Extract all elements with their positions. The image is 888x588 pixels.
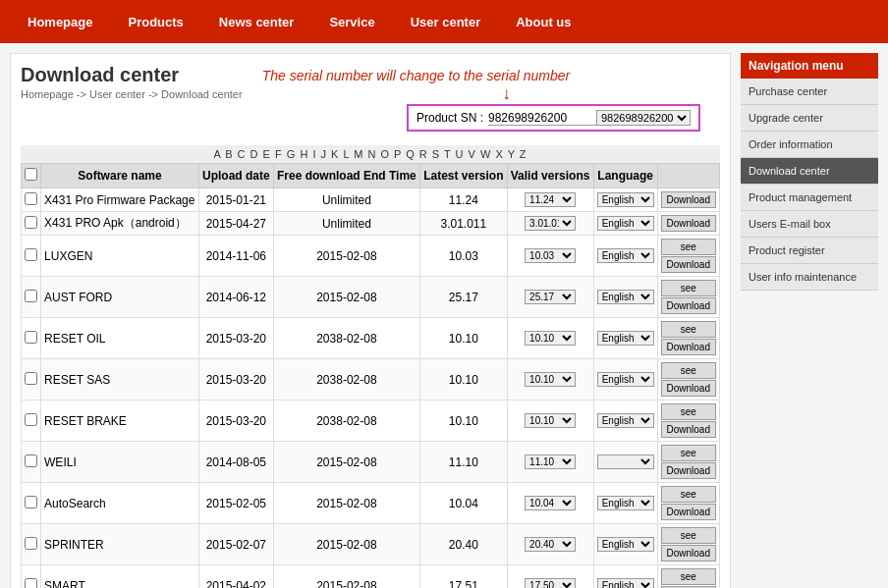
- language-select[interactable]: English: [597, 290, 654, 304]
- breadcrumb: Homepage -> User center -> Download cent…: [21, 88, 243, 100]
- row-checkbox-cell: [22, 442, 41, 483]
- row-language: English: [593, 359, 657, 401]
- row-upload-date: 2015-04-27: [198, 212, 273, 236]
- valid-version-select[interactable]: 11.10: [525, 454, 576, 469]
- row-checkbox-cell: [22, 318, 41, 359]
- row-valid-versions: 10.10: [507, 318, 593, 359]
- valid-version-select[interactable]: 10.04: [525, 496, 576, 510]
- see-button[interactable]: see: [661, 362, 716, 379]
- download-button[interactable]: Download: [661, 215, 716, 232]
- row-checkbox[interactable]: [25, 413, 37, 426]
- language-select[interactable]: English: [597, 537, 654, 552]
- download-button[interactable]: Download: [661, 421, 716, 438]
- row-software-name: RESET OIL: [41, 318, 199, 359]
- language-select[interactable]: [597, 454, 654, 469]
- sidebar: Navigation menu Purchase center Upgrade …: [741, 53, 878, 588]
- sidebar-item-purchase-center[interactable]: Purchase center: [741, 79, 878, 105]
- row-checkbox[interactable]: [25, 496, 37, 508]
- col-latest-version: Latest version: [420, 164, 508, 188]
- row-language: English: [593, 318, 657, 359]
- nav-products[interactable]: Products: [110, 5, 200, 39]
- language-select[interactable]: English: [597, 216, 654, 231]
- see-button[interactable]: see: [661, 527, 716, 544]
- row-language: [593, 442, 657, 483]
- see-button[interactable]: see: [661, 568, 716, 585]
- row-action: seeDownload: [657, 359, 719, 401]
- valid-version-select[interactable]: 25.17: [525, 290, 576, 304]
- row-checkbox[interactable]: [25, 578, 37, 589]
- sidebar-item-product-register[interactable]: Product register: [741, 238, 878, 264]
- see-button[interactable]: see: [661, 445, 716, 461]
- nav-homepage[interactable]: Homepage: [10, 5, 110, 39]
- sn-dropdown[interactable]: 982698926200: [596, 110, 691, 126]
- valid-version-select[interactable]: 11.24: [525, 192, 576, 207]
- table-row: SMART2015-04-022015-02-0817.5117.50Engli…: [22, 565, 720, 589]
- valid-version-select[interactable]: 20.40: [525, 537, 576, 552]
- see-button[interactable]: see: [661, 486, 716, 503]
- select-all-checkbox[interactable]: [25, 168, 37, 181]
- sidebar-item-users-email-box[interactable]: Users E-mail box: [741, 211, 878, 238]
- nav-service[interactable]: Service: [311, 5, 392, 39]
- language-select[interactable]: English: [597, 496, 654, 510]
- sidebar-item-order-information[interactable]: Order information: [741, 132, 878, 158]
- language-select[interactable]: English: [597, 372, 654, 387]
- row-software-name: X431 PRO Apk（android）: [41, 212, 199, 236]
- sidebar-item-user-info-maintenance[interactable]: User info maintenance: [741, 264, 878, 291]
- download-button[interactable]: Download: [661, 380, 716, 397]
- download-button[interactable]: Download: [661, 256, 716, 273]
- download-button[interactable]: Download: [661, 191, 716, 208]
- see-button[interactable]: see: [661, 403, 716, 420]
- row-checkbox[interactable]: [25, 290, 37, 302]
- valid-version-select[interactable]: 10.03: [525, 248, 576, 263]
- download-button[interactable]: Download: [661, 504, 716, 520]
- nav-user-center[interactable]: User center: [393, 5, 499, 39]
- valid-version-select[interactable]: 3.01.011: [525, 216, 576, 231]
- row-checkbox[interactable]: [25, 216, 37, 229]
- sidebar-item-product-management[interactable]: Product management: [741, 185, 878, 211]
- see-button[interactable]: see: [661, 280, 716, 296]
- valid-version-select[interactable]: 10.10: [525, 413, 576, 428]
- download-button[interactable]: Download: [661, 545, 716, 561]
- nav-about-us[interactable]: About us: [498, 5, 588, 39]
- download-button[interactable]: Download: [661, 462, 716, 479]
- row-checkbox[interactable]: [25, 372, 37, 385]
- language-select[interactable]: English: [597, 413, 654, 428]
- sn-input[interactable]: [488, 111, 596, 126]
- row-action: seeDownload: [657, 524, 719, 565]
- download-button[interactable]: Download: [661, 339, 716, 355]
- row-software-name: SPRINTER: [41, 524, 199, 565]
- language-select[interactable]: English: [597, 578, 654, 588]
- row-checkbox[interactable]: [25, 537, 37, 550]
- download-button[interactable]: Download: [661, 297, 716, 314]
- language-select[interactable]: English: [597, 331, 654, 346]
- valid-version-select[interactable]: 10.10: [525, 372, 576, 387]
- row-checkbox-cell: [22, 359, 41, 401]
- row-valid-versions: 17.50: [507, 565, 593, 589]
- row-checkbox[interactable]: [25, 192, 37, 205]
- row-checkbox-cell: [22, 277, 41, 318]
- row-latest-version: 10.10: [420, 318, 508, 359]
- sidebar-item-download-center[interactable]: Download center: [741, 158, 878, 185]
- table-row: X431 PRO Apk（android）2015-04-27Unlimited…: [22, 212, 720, 236]
- row-checkbox-cell: [22, 524, 41, 565]
- row-checkbox[interactable]: [25, 454, 37, 467]
- annotation-arrow-icon: ↓: [502, 83, 511, 103]
- sidebar-item-upgrade-center[interactable]: Upgrade center: [741, 105, 878, 132]
- row-software-name: AUST FORD: [41, 277, 199, 318]
- row-upload-date: 2015-02-05: [198, 483, 273, 524]
- row-end-time: 2015-02-08: [273, 483, 419, 524]
- nav-news-center[interactable]: News center: [201, 5, 312, 39]
- table-row: LUXGEN2014-11-062015-02-0810.0310.03Engl…: [22, 236, 720, 277]
- main-wrapper: Download center Homepage -> User center …: [0, 43, 888, 588]
- valid-version-select[interactable]: 10.10: [525, 331, 576, 346]
- language-select[interactable]: English: [597, 192, 654, 207]
- see-button[interactable]: see: [661, 239, 716, 255]
- row-checkbox[interactable]: [25, 248, 37, 261]
- row-checkbox[interactable]: [25, 331, 37, 344]
- valid-version-select[interactable]: 17.50: [525, 578, 576, 588]
- title-row: Download center Homepage -> User center …: [21, 64, 720, 141]
- see-button[interactable]: see: [661, 321, 716, 338]
- language-select[interactable]: English: [597, 248, 654, 263]
- row-latest-version: 25.17: [420, 277, 508, 318]
- title-block: Download center Homepage -> User center …: [21, 64, 243, 110]
